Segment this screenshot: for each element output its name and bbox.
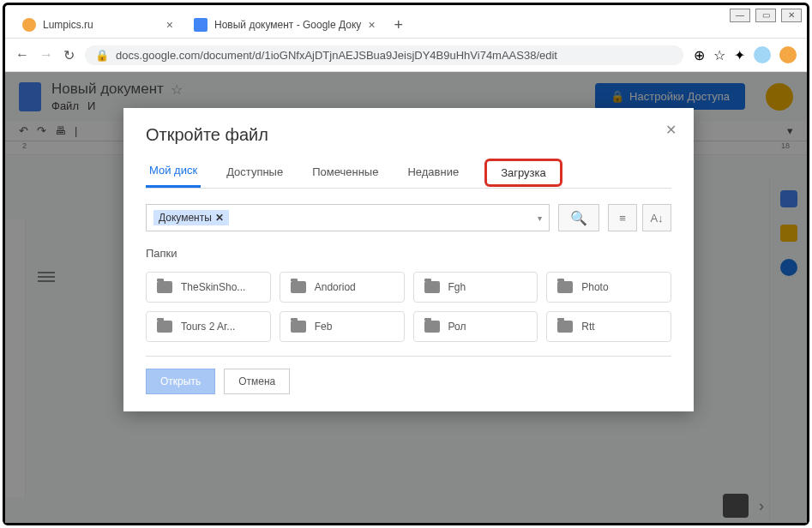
dialog-footer: Открыть Отмена [146, 356, 671, 394]
window-minimize[interactable]: — [730, 9, 750, 22]
folder-icon [157, 281, 172, 293]
profile-icon[interactable] [754, 46, 771, 63]
folder-item[interactable]: Feb [280, 311, 405, 342]
tab-my-drive[interactable]: Мой диск [146, 157, 201, 188]
folder-item[interactable]: Рол [413, 311, 538, 342]
extensions-icon[interactable]: ✦ [734, 47, 745, 63]
open-file-dialog: Откройте файл ✕ Мой диск Доступные Помеч… [123, 108, 694, 411]
search-icon[interactable]: ⊕ [694, 47, 705, 63]
dialog-close-button[interactable]: ✕ [665, 122, 677, 138]
search-icon: 🔍 [570, 210, 587, 226]
extension-icons: ⊕ ☆ ✦ [694, 46, 797, 63]
window-close[interactable]: ✕ [781, 9, 802, 22]
url-input[interactable]: 🔒 docs.google.com/document/d/1ioGNfxAjDT… [85, 45, 683, 65]
reload-button[interactable]: ↻ [63, 47, 75, 63]
open-button[interactable]: Открыть [146, 369, 215, 394]
sort-button[interactable]: A↓ [642, 204, 671, 231]
folder-icon [557, 321, 573, 333]
cancel-button[interactable]: Отмена [224, 369, 290, 394]
tab-title: Lumpics.ru [43, 19, 93, 31]
address-bar: ← → ↻ 🔒 docs.google.com/document/d/1ioGN… [5, 38, 807, 72]
search-button[interactable]: 🔍 [558, 204, 599, 231]
folder-grid: TheSkinSho... Andoriod Fgh Photo Tours 2… [146, 272, 671, 342]
tab-starred[interactable]: Помеченные [309, 159, 382, 187]
favicon-icon [194, 18, 208, 32]
folder-icon [557, 281, 573, 293]
lock-icon: 🔒 [95, 49, 109, 62]
back-button[interactable]: ← [15, 47, 29, 63]
extension-icon[interactable] [779, 46, 797, 63]
window-controls: — ▭ ✕ [730, 9, 802, 22]
folder-icon [291, 321, 306, 333]
folder-item[interactable]: TheSkinSho... [146, 272, 271, 303]
folder-item[interactable]: Photo [546, 272, 671, 303]
tab-upload[interactable]: Загрузка [484, 159, 562, 187]
chevron-down-icon[interactable]: ▾ [538, 213, 542, 223]
folder-item[interactable]: Fgh [413, 272, 538, 303]
folder-icon [157, 321, 172, 333]
chip-remove-icon[interactable]: ✕ [215, 212, 224, 224]
folder-icon [424, 321, 440, 333]
search-row: Документы ✕ ▾ 🔍 ≡ A↓ [146, 204, 671, 231]
list-view-button[interactable]: ≡ [608, 204, 637, 231]
browser-tab-docs[interactable]: Новый документ - Google Доку × [183, 13, 386, 37]
tab-recent[interactable]: Недавние [404, 159, 462, 187]
close-icon[interactable]: × [368, 18, 375, 32]
new-tab-button[interactable]: + [394, 16, 404, 34]
dialog-tabs: Мой диск Доступные Помеченные Недавние З… [146, 157, 671, 189]
close-icon[interactable]: × [166, 18, 173, 32]
browser-tab-strip: Lumpics.ru × Новый документ - Google Док… [5, 5, 807, 38]
folder-item[interactable]: Tours 2 Ar... [146, 311, 271, 342]
folder-item[interactable]: Rtt [546, 311, 671, 342]
folder-icon [424, 281, 440, 293]
folders-heading: Папки [146, 247, 671, 260]
star-icon[interactable]: ☆ [713, 47, 725, 63]
window-maximize[interactable]: ▭ [755, 9, 776, 22]
filter-chip-documents[interactable]: Документы ✕ [153, 210, 229, 225]
forward-button[interactable]: → [39, 47, 53, 63]
browser-tab-lumpics[interactable]: Lumpics.ru × [12, 13, 183, 37]
dialog-title: Откройте файл [146, 125, 671, 145]
favicon-icon [22, 18, 36, 32]
url-text: docs.google.com/document/d/1ioGNfxAjDTjn… [116, 49, 557, 62]
folder-icon [291, 281, 306, 293]
filter-input[interactable]: Документы ✕ ▾ [146, 204, 550, 231]
tab-shared[interactable]: Доступные [223, 159, 286, 187]
folder-item[interactable]: Andoriod [280, 272, 405, 303]
tab-title: Новый документ - Google Доку [214, 19, 361, 31]
